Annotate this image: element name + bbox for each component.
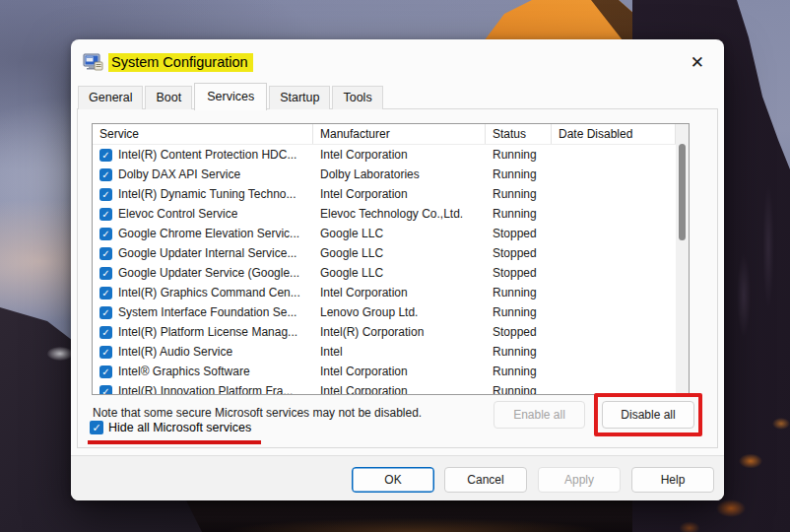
service-name: Elevoc Control Service [118, 207, 237, 221]
table-row[interactable]: ✓Intel(R) Graphics Command Cen...Intel C… [93, 283, 676, 302]
table-row[interactable]: ✓Dolby DAX API ServiceDolby Laboratories… [93, 165, 676, 184]
table-row[interactable]: ✓Intel(R) Audio ServiceIntelRunning [93, 342, 676, 362]
red-annotation-box: Disable all [594, 393, 702, 436]
service-manufacturer: Intel Corporation [313, 148, 486, 162]
service-manufacturer: Elevoc Technology Co.,Ltd. [313, 207, 486, 221]
service-checkbox[interactable]: ✓ [99, 326, 112, 339]
service-manufacturer: Dolby Laboratories [313, 167, 486, 181]
service-manufacturer: Intel [313, 345, 486, 359]
service-name: Google Updater Service (Google... [118, 266, 299, 280]
wallpaper-snow-patch [47, 347, 73, 361]
service-checkbox[interactable]: ✓ [99, 168, 112, 181]
service-name: Intel(R) Platform License Manag... [118, 325, 297, 339]
service-name: Intel(R) Graphics Command Cen... [118, 286, 300, 299]
service-manufacturer: Intel Corporation [313, 365, 486, 378]
service-name: Intel(R) Content Protection HDC... [118, 148, 296, 162]
services-table: Service Manufacturer Status Date Disable… [92, 123, 690, 395]
table-row[interactable]: ✓Intel(R) Platform License Manag...Intel… [93, 322, 676, 342]
table-scrollbar[interactable] [676, 124, 689, 394]
service-name: Dolby DAX API Service [118, 167, 240, 181]
service-name: Intel(R) Dynamic Tuning Techno... [118, 187, 296, 201]
msconfig-app-icon [83, 53, 103, 71]
service-name: System Interface Foundation Se... [118, 305, 296, 319]
services-tab-page: Service Manufacturer Status Date Disable… [77, 108, 718, 448]
enable-all-button[interactable]: Enable all [494, 401, 585, 429]
service-manufacturer: Intel Corporation [313, 286, 486, 299]
service-name: Intel® Graphics Software [118, 365, 250, 378]
disable-all-button[interactable]: Disable all [602, 401, 694, 429]
apply-button[interactable]: Apply [538, 467, 621, 493]
service-manufacturer: Intel Corporation [313, 187, 486, 201]
service-checkbox[interactable]: ✓ [99, 247, 112, 260]
service-checkbox[interactable]: ✓ [99, 208, 112, 221]
service-status: Stopped [486, 227, 552, 240]
tab-startup[interactable]: Startup [269, 86, 330, 109]
service-name: Google Updater Internal Service... [118, 246, 296, 260]
table-row[interactable]: ✓Google Updater Service (Google...Google… [93, 263, 676, 283]
service-checkbox[interactable]: ✓ [99, 267, 112, 280]
hide-microsoft-label: Hide all Microsoft services [108, 421, 251, 434]
service-status: Stopped [486, 266, 552, 280]
column-header-status[interactable]: Status [486, 124, 552, 144]
service-status: Running [486, 365, 552, 378]
hide-microsoft-services-row[interactable]: ✓ Hide all Microsoft services [90, 421, 251, 434]
tab-services[interactable]: Services [194, 83, 267, 110]
service-manufacturer: Google LLC [313, 227, 486, 240]
titlebar[interactable]: System Configuration ✕ [71, 39, 724, 85]
table-row[interactable]: ✓Elevoc Control ServiceElevoc Technology… [93, 204, 676, 224]
service-checkbox[interactable]: ✓ [99, 287, 112, 299]
service-status: Stopped [486, 325, 552, 339]
service-status: Stopped [486, 246, 552, 260]
service-manufacturer: Intel Corporation [313, 384, 486, 394]
service-manufacturer: Intel(R) Corporation [313, 325, 486, 339]
page-title: System Configuration [108, 53, 253, 72]
service-rows: ✓Intel(R) Content Protection HDC...Intel… [93, 145, 676, 394]
table-row[interactable]: ✓System Interface Foundation Se...Lenovo… [93, 302, 676, 322]
service-checkbox[interactable]: ✓ [99, 366, 112, 378]
scrollbar-thumb[interactable] [679, 144, 686, 240]
service-checkbox[interactable]: ✓ [99, 346, 112, 359]
service-status: Running [486, 286, 552, 299]
tab-boot[interactable]: Boot [145, 86, 192, 109]
service-name: Google Chrome Elevation Servic... [118, 227, 299, 240]
ok-button[interactable]: OK [352, 467, 434, 493]
service-manufacturer: Google LLC [313, 246, 486, 260]
service-checkbox[interactable]: ✓ [99, 228, 112, 240]
help-button[interactable]: Help [631, 467, 714, 493]
table-row[interactable]: ✓Google Chrome Elevation Servic...Google… [93, 224, 676, 243]
cancel-button[interactable]: Cancel [444, 467, 527, 493]
service-name: Intel(R) Innovation Platform Fra... [118, 384, 293, 394]
service-status: Running [486, 305, 552, 319]
column-header-manufacturer[interactable]: Manufacturer [313, 124, 486, 144]
table-header: Service Manufacturer Status Date Disable… [93, 124, 689, 145]
dialog-footer: OKCancelApplyHelp [71, 455, 724, 500]
table-row[interactable]: ✓Intel(R) Content Protection HDC...Intel… [93, 145, 676, 165]
service-status: Running [486, 167, 552, 181]
close-icon[interactable]: ✕ [687, 52, 708, 73]
table-row[interactable]: ✓Google Updater Internal Service...Googl… [93, 243, 676, 263]
column-header-date-disabled[interactable]: Date Disabled [552, 124, 676, 144]
service-status: Running [486, 345, 552, 359]
service-name: Intel(R) Audio Service [118, 345, 232, 359]
table-row[interactable]: ✓Intel® Graphics SoftwareIntel Corporati… [93, 362, 676, 381]
tab-tools[interactable]: Tools [332, 86, 382, 109]
column-header-service[interactable]: Service [93, 124, 313, 144]
service-checkbox[interactable]: ✓ [99, 188, 112, 201]
hide-microsoft-checkbox[interactable]: ✓ [90, 421, 103, 434]
desktop-wallpaper: System Configuration ✕ GeneralBootServic… [0, 0, 790, 532]
service-status: Running [486, 384, 552, 394]
table-row[interactable]: ✓Intel(R) Innovation Platform Fra...Inte… [93, 381, 676, 394]
tab-general[interactable]: General [78, 86, 143, 109]
service-checkbox[interactable]: ✓ [99, 385, 112, 395]
system-configuration-window: System Configuration ✕ GeneralBootServic… [71, 39, 724, 500]
service-manufacturer: Lenovo Group Ltd. [313, 305, 486, 319]
service-manufacturer: Google LLC [313, 266, 486, 280]
wallpaper-valley-glow [177, 506, 650, 532]
service-status: Running [486, 148, 552, 162]
service-checkbox[interactable]: ✓ [99, 306, 112, 319]
services-note: Note that some secure Microsoft services… [93, 406, 422, 420]
table-row[interactable]: ✓Intel(R) Dynamic Tuning Techno...Intel … [93, 184, 676, 204]
red-annotation-underline [88, 440, 261, 444]
tab-strip: GeneralBootServicesStartupTools [78, 85, 385, 109]
service-checkbox[interactable]: ✓ [99, 149, 112, 162]
